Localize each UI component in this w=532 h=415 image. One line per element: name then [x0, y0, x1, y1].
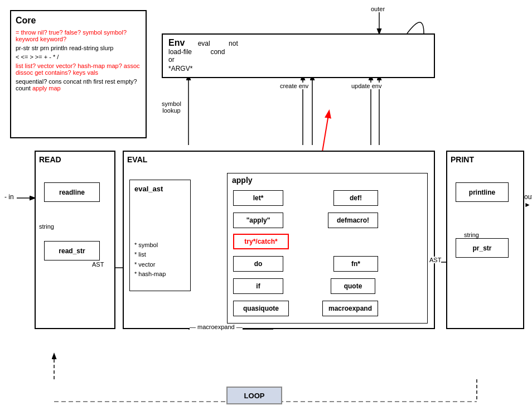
env-argv: *ARGV*: [168, 65, 428, 73]
def-node: def!: [333, 190, 378, 206]
eval-title: EVAL: [127, 155, 431, 164]
ast-label-print: AST: [429, 257, 441, 263]
create-env-label: create env: [280, 83, 308, 89]
in-label: - in: [4, 193, 14, 201]
eval-box: EVAL eval_ast * symbol* list* vector* ha…: [123, 151, 435, 329]
try-catch-node: try*/catch*: [233, 234, 289, 249]
string-label-read: string: [39, 223, 54, 230]
quasiquote-node: quasiquote: [233, 301, 289, 316]
if-node: if: [233, 278, 283, 294]
string-label-print: string: [464, 231, 479, 238]
eval-ast-node: eval_ast * symbol* list* vector* hash-ma…: [129, 180, 191, 291]
macroexpand-bottom-label: — macroexpand —: [190, 324, 243, 330]
core-box: Core = throw nil? true? false? symbol sy…: [10, 10, 147, 138]
apply-str-node: "apply": [233, 213, 283, 228]
env-box: Env eval notload-file condor *ARGV*: [162, 33, 435, 78]
macroexpand-node: macroexpand: [322, 301, 378, 316]
loop-box: LOOP: [226, 387, 282, 404]
read-box: READ readline read_str: [35, 151, 115, 329]
read-str-node: read_str: [44, 241, 100, 260]
symbol-lookup-label: symbollookup: [162, 100, 181, 114]
readline-node: readline: [44, 182, 100, 202]
out-label: out ►: [524, 193, 532, 209]
pr-str-node: pr_str: [456, 238, 509, 258]
print-title: PRINT: [451, 155, 520, 164]
core-line-4: list list? vector vector? hash-map map? …: [16, 62, 141, 76]
quote-node: quote: [331, 278, 375, 294]
env-title: Env: [168, 38, 185, 48]
core-line-5: sequential? cons concat nth first rest e…: [16, 78, 141, 91]
ast-label-eval: AST: [92, 261, 104, 268]
diagram: Core = throw nil? true? false? symbol sy…: [0, 0, 532, 415]
do-node: do: [233, 256, 283, 272]
fn-star-node: fn*: [333, 256, 378, 272]
read-title: READ: [39, 155, 111, 164]
update-env-label: update env: [351, 83, 381, 89]
loop-label: LOOP: [244, 392, 265, 400]
let-star-node: let*: [233, 190, 283, 206]
core-line-1: = throw nil? true? false? symbol symbol?…: [16, 29, 141, 42]
outer-label: outer: [371, 6, 385, 12]
core-title: Core: [16, 16, 141, 26]
print-box: PRINT printline pr_str: [446, 151, 524, 329]
env-eval: eval: [198, 40, 210, 47]
core-line-3: < <= > >= + - * /: [16, 54, 141, 60]
printline-node: printline: [456, 182, 509, 202]
core-line-2: pr-str str prn println read-string slurp: [16, 45, 141, 51]
defmacro-node: defmacro!: [328, 213, 378, 228]
apply-outer-node: apply let* "apply" try*/catch* do if qua…: [227, 173, 428, 324]
